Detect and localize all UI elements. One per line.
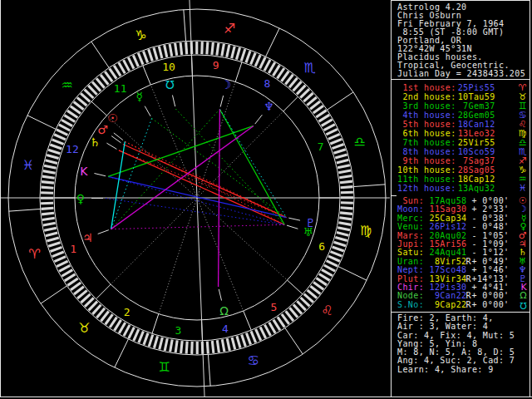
sign-boundary (266, 28, 280, 57)
sign-boundary (9, 209, 41, 211)
degree-tick (251, 331, 256, 342)
pluto-pointer (288, 218, 300, 220)
degree-tick (43, 171, 56, 174)
degree-tick (324, 125, 335, 131)
degree-tick (50, 247, 62, 251)
house-cusp-segment-2 (96, 284, 111, 299)
house-number-11: 11 (114, 82, 127, 95)
degree-tick (242, 334, 246, 346)
mercury-pointer (145, 106, 150, 116)
degree-tick (246, 51, 250, 62)
degree-tick (330, 139, 342, 144)
aquarius-sign-icon: ♒ (61, 77, 72, 93)
house-label: 5th house: (397, 120, 456, 129)
degree-tick (42, 182, 54, 184)
sign-boundary (41, 286, 66, 303)
chart-info-header: Astrolog 4.20Chris OsburnFri February 7,… (397, 3, 525, 78)
aspect-line-mars-pluto (123, 145, 287, 218)
degree-tick (260, 327, 266, 337)
house-label: 1st house: (397, 83, 456, 92)
house-cusp-line-2 (111, 198, 197, 284)
sign-boundary (184, 10, 186, 42)
degree-tick (170, 44, 172, 57)
house-cusp-value: 7Gem37 (456, 101, 495, 111)
house-cusp-value: 28Sag05 (456, 165, 495, 175)
degree-tick (207, 42, 208, 54)
saturn-icon: ♄ (90, 135, 101, 149)
degree-tick (333, 150, 345, 154)
degree-tick (335, 237, 347, 240)
pisces-sign-icon: ♓ (519, 184, 529, 193)
degree-tick (328, 134, 340, 139)
aspect-line-jupiter-moon (111, 109, 220, 229)
house-cusp-value: 25Vir55 (456, 138, 495, 147)
degree-tick (334, 242, 346, 246)
degree-tick (337, 165, 350, 168)
degree-tick (341, 192, 353, 193)
degree-tick (330, 252, 342, 257)
house-label: 4th house: (397, 111, 456, 120)
degree-tick (264, 325, 270, 336)
house-row-6: 6th house:13Leo32♍ (397, 129, 529, 138)
house-cusp-segment-8 (283, 96, 298, 111)
house-cusp-segment-3 (152, 314, 159, 334)
house-number-9: 9 (213, 59, 219, 71)
aspect-line-moon-node (219, 109, 220, 287)
degree-tick (170, 339, 173, 352)
degree-tick (44, 228, 57, 230)
element-stats: Fire: 2, Earth: 4,Air : 3, Water: 4Car: … (397, 314, 515, 374)
degree-tick (322, 120, 332, 126)
chart-wheel: ♈♉♊♋♌♍♎♏♐♑♒♓123456789101112☉☽☿♀♂♃♄♅♆♇KΩΩ (0, 0, 391, 397)
planet-position-value: 9Cap22 (430, 301, 466, 309)
degree-tick (62, 270, 72, 277)
degree-tick (186, 42, 187, 54)
degree-tick (119, 62, 126, 73)
divider-houses-tick (392, 195, 397, 196)
border-top-right (391, 0, 530, 1)
node-pointer (219, 289, 221, 301)
house-cusp-value: 10Tau59 (456, 92, 495, 101)
degree-tick (48, 150, 60, 154)
house-label: 11th house: (397, 175, 456, 184)
stats-line-6: Learn: 4, Share: 9 (397, 366, 515, 374)
snode-pointer (172, 95, 175, 106)
degree-tick (54, 257, 66, 262)
planet-velocity: + 0°00' (472, 301, 510, 309)
sign-boundary (285, 328, 303, 354)
degree-tick (181, 341, 183, 353)
degree-tick (41, 208, 53, 209)
degree-tick (338, 223, 351, 225)
degree-tick (338, 170, 351, 173)
house-row-7: 7th house:25Vir55♎ (397, 138, 529, 147)
aspect-line-jupiter-neptune (111, 126, 254, 229)
degree-tick (192, 342, 193, 354)
degree-tick (119, 323, 125, 333)
degree-tick (237, 336, 240, 347)
scorpio-sign-icon: ♏ (303, 60, 315, 76)
degree-tick (47, 238, 58, 241)
degree-tick (255, 55, 260, 66)
house-label: 12th house: (397, 184, 456, 193)
divider-stats (392, 312, 530, 313)
planet-position-list: Sun: 17Aqu58+ 0°00'☉Moon: 11Sag30+ 2°33'… (397, 197, 529, 309)
retrograde-flag: R (466, 258, 472, 266)
capricorn-sign-icon: ♑ (135, 27, 146, 43)
house-row-12: 12th house:13Aqu32♓ (397, 184, 529, 193)
degree-tick (337, 233, 349, 236)
house-label: 9th house: (397, 156, 456, 165)
degree-tick (42, 213, 54, 214)
house-cusp-segment-5 (244, 311, 251, 330)
house-row-8: 8th house:10Sco59♏ (397, 147, 529, 156)
north-node-icon: Ω (520, 292, 529, 300)
chiron-pointer (94, 174, 106, 176)
degree-tick (202, 42, 203, 54)
degree-tick (47, 155, 58, 158)
south-node-icon: Ω (520, 301, 529, 309)
degree-tick (50, 145, 62, 149)
degree-tick (222, 339, 224, 352)
pisces-sign-icon: ♓ (22, 157, 34, 173)
taurus-sign-icon: ♉ (78, 320, 90, 336)
house-label: 6th house: (397, 129, 456, 138)
degree-tick (256, 329, 261, 341)
sign-boundary (208, 355, 210, 387)
